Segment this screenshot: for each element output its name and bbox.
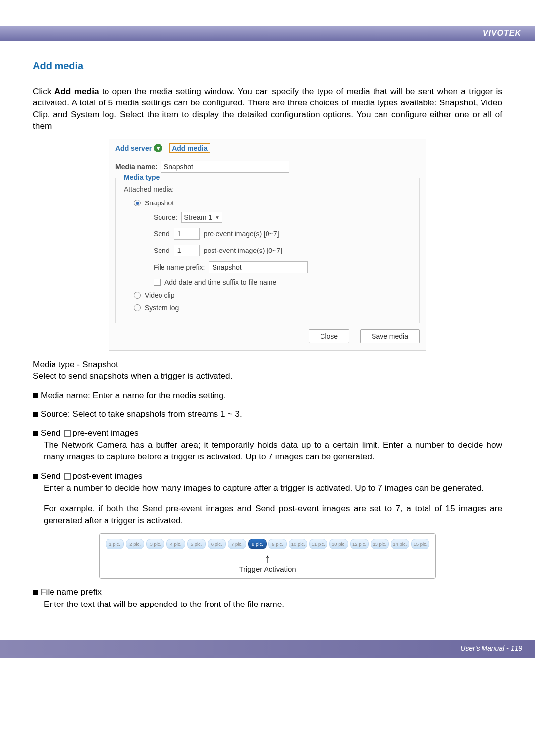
snapshot-heading: Media type - Snapshot [33,359,502,370]
add-server-label: Add server [115,144,152,152]
bullet-icon [33,431,38,436]
intro-before: Click [33,86,54,96]
send-pre-after: pre-event images [72,428,139,438]
radio-snapshot-label: Snapshot [145,199,174,207]
suffix-checkbox[interactable] [154,279,160,286]
pic-item: 10 pic. [289,539,307,549]
media-type-fieldset: Media type Attached media: Snapshot Sour… [115,178,420,323]
post-event-input[interactable] [174,245,200,256]
send-post-word: Send [41,471,60,481]
pic-item: 5 pic. [187,539,206,549]
radio-icon [134,292,141,299]
close-button[interactable]: Close [309,329,349,343]
pic-item: 6 pic. [208,539,226,549]
bullet-source: Source: Select to take snapshots from st… [33,408,502,420]
bullet-file-prefix: File name prefix [33,586,502,598]
suffix-checkbox-label: Add date and time suffix to file name [164,278,276,286]
add-media-label: Add media [172,144,208,152]
dialog-tabs: Add server ▼ Add media [115,143,420,153]
source-select[interactable]: Stream 1 ▼ [181,212,222,223]
pic-item: 2 pic. [126,539,144,549]
bullet-icon [33,412,38,417]
source-value: Stream 1 [184,213,212,221]
send-post-label: Send [154,247,170,254]
radio-icon [134,304,141,311]
arrow-up-icon: ↑ [106,552,429,565]
bullet-media-name-text: Media name: Enter a name for the media s… [41,390,226,400]
inline-checkbox-icon [64,430,71,437]
intro-bold: Add media [54,86,99,96]
radio-videoclip-label: Video clip [145,291,174,299]
pic-item: 4 pic. [166,539,185,549]
page-footer: User's Manual - 119 [0,640,535,658]
bullet-icon [33,474,38,479]
radio-systemlog[interactable]: System log [134,304,411,312]
pic-item: 9 pic. [268,539,287,549]
bullet-icon [33,590,38,595]
chevron-down-icon: ▼ [215,215,220,220]
snapshot-options: Source: Stream 1 ▼ Send pre-event image(… [154,212,411,286]
media-name-input[interactable] [160,161,289,173]
snapshot-desc: Select to send snapshots when a trigger … [33,370,502,382]
bullet-send-pre: Send pre-event images [33,427,502,439]
pic-item: 7 pic. [228,539,246,549]
file-prefix-heading: File name prefix [41,587,102,597]
pic-item: 11 pic. [309,539,327,549]
pre-event-suffix: pre-event image(s) [0~7] [204,230,279,238]
save-media-button[interactable]: Save media [360,329,420,343]
send-pre-label: Send [154,230,170,238]
inline-checkbox-icon [64,473,71,480]
intro-paragraph: Click Add media to open the media settin… [33,86,502,132]
bullet-media-name: Media name: Enter a name for the media s… [33,389,502,401]
trigger-diagram: 1 pic.2 pic.3 pic.4 pic.5 pic.6 pic.7 pi… [99,533,436,579]
intro-after: to open the media setting window. You ca… [33,86,502,131]
media-name-label: Media name: [115,163,158,171]
pre-event-input[interactable] [174,228,200,240]
bullet-icon [33,393,38,398]
bullet-send-post: Send post-event images [33,470,502,482]
radio-systemlog-label: System log [145,304,179,312]
send-post-after: post-event images [72,471,142,481]
send-pre-desc: The Network Camera has a buffer area; it… [44,439,502,462]
pic-item: 1 pic. [106,539,124,549]
brand-bar: VIVOTEK [0,26,535,41]
trigger-caption: Trigger Activation [106,565,429,573]
brand-name: VIVOTEK [483,29,521,38]
pic-item: 10 pic. [329,539,348,549]
pic-item: 15 pic. [411,539,429,549]
media-type-legend: Media type [121,173,162,181]
expand-down-icon: ▼ [154,144,162,152]
add-media-link[interactable]: Add media [169,143,210,153]
file-prefix-label: File name prefix: [154,263,205,271]
radio-snapshot[interactable]: Snapshot [134,199,411,207]
top-spacer [0,0,535,26]
pic-item: 14 pic. [391,539,409,549]
example-text: For example, if both the Send pre-event … [44,503,502,526]
pic-sequence: 1 pic.2 pic.3 pic.4 pic.5 pic.6 pic.7 pi… [106,539,429,549]
media-settings-dialog: Add server ▼ Add media Media name: Media… [109,139,426,351]
pic-item: 3 pic. [146,539,164,549]
attached-media-label: Attached media: [124,185,411,193]
pic-item: 13 pic. [371,539,389,549]
post-event-suffix: post-event image(s) [0~7] [204,247,282,254]
radio-videoclip[interactable]: Video clip [134,291,411,299]
pic-item: 12 pic. [350,539,369,549]
bullet-source-text: Source: Select to take snapshots from st… [41,409,242,419]
pic-item: 8 pic. [248,539,267,549]
footer-text: User's Manual - 119 [460,644,522,652]
source-label: Source: [154,213,177,221]
file-prefix-input[interactable] [209,261,308,273]
send-pre-word: Send [41,428,60,438]
section-title: Add media [33,60,502,72]
add-server-link[interactable]: Add server ▼ [115,144,162,152]
file-prefix-desc: Enter the text that will be appended to … [44,598,502,610]
send-post-desc: Enter a number to decide how many images… [44,482,502,494]
radio-icon [134,200,141,206]
